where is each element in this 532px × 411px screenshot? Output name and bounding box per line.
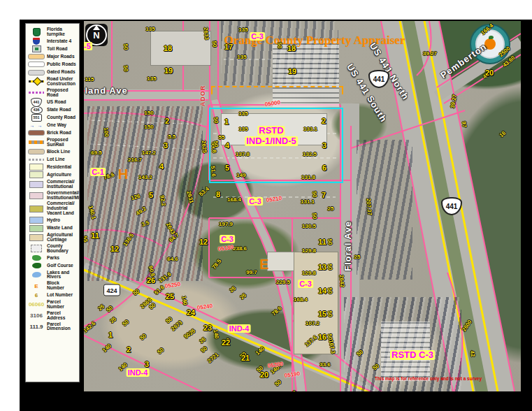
- county-boundary-icon: [27, 245, 45, 252]
- dimension-label: 133.1: [303, 126, 317, 132]
- bar-icon: [27, 54, 45, 60]
- dimension-label: 100: [103, 127, 110, 137]
- legend-item: Hydro: [27, 217, 78, 224]
- zoning-label: C-3: [220, 235, 235, 243]
- zoning-label: C-3: [250, 32, 265, 41]
- legend-item: 436State Road: [27, 107, 78, 113]
- orange-dashed-boundary: [211, 86, 343, 94]
- map-canvas[interactable]: Orange County Property Appraiser N This …: [84, 21, 521, 391]
- lot-number-label: 20: [260, 370, 268, 379]
- county-route-shield: 424: [103, 284, 120, 296]
- zoning-label: IND-4: [228, 324, 251, 333]
- dimension-label: 132.5: [303, 151, 317, 157]
- street-label: ADOR: [199, 85, 206, 107]
- dimension-label: 238.6: [233, 245, 247, 252]
- dimension-label: 25: [354, 254, 361, 260]
- dimension-label: 64.6: [167, 256, 178, 262]
- lot-number-label: 5: [225, 164, 229, 172]
- parks-icon: [27, 254, 45, 261]
- legend-item-label: Parcel Dimension: [45, 322, 78, 332]
- dimension-label: 149: [236, 172, 245, 178]
- dimension-label: 168.4: [227, 196, 241, 203]
- text-icon: 6: [27, 292, 45, 298]
- legend-item-label: State Road: [45, 108, 71, 113]
- swatch-icon: [27, 206, 45, 212]
- legend-item-label: Agriculture: [45, 173, 71, 178]
- dimension-label: 150: [144, 110, 153, 116]
- dimension-label: 107.2: [305, 320, 319, 326]
- dimension-label: 131.1: [301, 199, 315, 205]
- legend-item-label: Hydro: [45, 218, 60, 223]
- legend-item: EBlock Number: [27, 281, 78, 291]
- lot-number-label: 22: [222, 338, 230, 347]
- dimension-label: 50: [122, 43, 129, 50]
- dimension-label: 39.27: [423, 50, 437, 57]
- construction-icon: [27, 78, 45, 85]
- text-icon: 3106: [27, 312, 45, 319]
- dimension-label: 168.4: [294, 296, 308, 303]
- lot-number-label: 12: [199, 238, 208, 246]
- dimension-label: 135: [147, 75, 156, 82]
- legend-item: Proposed SunRail: [27, 138, 78, 147]
- dimension-label: 115: [85, 76, 94, 82]
- lot-number-label: 6: [322, 164, 326, 172]
- dimension-label: 50: [311, 191, 318, 198]
- legend-item: Toll Road: [27, 46, 78, 52]
- dimension-label: 2642: [338, 275, 346, 288]
- map-frame: Florida turnpikeInterstate 4Toll RoadMaj…: [20, 20, 532, 411]
- zoning-label: C-1: [90, 168, 106, 176]
- legend-item-label: Golf Course: [45, 264, 73, 268]
- map-disclaimer: This map is for reference only and is no…: [364, 376, 493, 381]
- dimension-label: 147.2: [142, 150, 156, 156]
- legend-item: 551County Road: [27, 115, 78, 121]
- legend-item-label: Lot Line: [45, 157, 65, 162]
- lot-number-label: 2: [322, 117, 326, 125]
- legend-item: Waste Land: [27, 225, 78, 231]
- dimension-label: 229.5: [276, 279, 290, 285]
- lot-number-label: 4: [159, 162, 164, 171]
- dimension-label: 50: [326, 333, 333, 340]
- text-icon: 06060: [27, 301, 45, 308]
- dimension-label: 150: [144, 124, 153, 130]
- building: [150, 31, 211, 66]
- legend-item-label: Agricultural Curtilage: [45, 233, 78, 243]
- legend-item-label: Parcel Number: [45, 300, 78, 310]
- lot-number-label: 8: [216, 190, 220, 199]
- swatch-icon: [27, 217, 45, 224]
- sunrail-icon: [27, 139, 45, 145]
- dimension-label: 50: [326, 287, 333, 294]
- us-badge-icon: 441: [27, 99, 45, 106]
- dimension-label: 51.6: [210, 166, 217, 177]
- legend-item: Major Roads: [27, 54, 78, 60]
- legend-item: Agriculture: [27, 172, 78, 178]
- interstate-shield-icon: [27, 38, 45, 45]
- legend-item: Lakes and Rivers: [27, 271, 78, 280]
- bar-icon: [27, 130, 45, 136]
- bar-icon: [27, 149, 45, 155]
- dimension-label: 50: [276, 42, 283, 49]
- legend-item-label: Waste Land: [45, 226, 73, 231]
- bar-icon: [27, 69, 45, 75]
- dimension-label: 135: [237, 54, 246, 60]
- legend-item: Florida turnpike: [27, 27, 78, 37]
- legend-item: 111.9Parcel Dimension: [27, 322, 78, 332]
- legend-item-label: County Road: [45, 115, 76, 120]
- lot-number-label: 3: [145, 360, 149, 368]
- legend-item: 6Lot Number: [27, 292, 78, 298]
- lot-number-label: 19: [288, 67, 296, 75]
- dimension-label: 50: [213, 117, 220, 124]
- legend-item: Agricultural Curtilage: [27, 233, 78, 243]
- legend-item: Proposed Road: [27, 88, 78, 98]
- zoning-label: IND-1/IND-5: [245, 136, 298, 146]
- dimension-label: 25: [328, 206, 334, 212]
- swatch-icon: [27, 172, 45, 178]
- lot-number-label: 25: [166, 292, 174, 301]
- legend-item-label: Proposed SunRail: [45, 138, 78, 147]
- lot-number-label: 3: [322, 141, 326, 150]
- lot-number-label: 1: [224, 117, 229, 126]
- legend-item-label: Commercial/ Industrial Vacant Land: [45, 201, 78, 215]
- lot-number-label: 12: [110, 245, 119, 253]
- dimension-label: 97: [461, 121, 468, 128]
- legend-panel: Florida turnpikeInterstate 4Toll RoadMaj…: [25, 23, 80, 382]
- lot-number-label: 2: [165, 117, 169, 125]
